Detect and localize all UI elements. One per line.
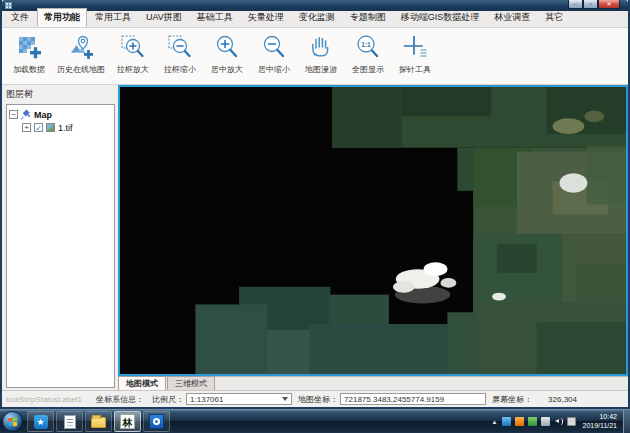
tab-basic-tools[interactable]: 基础工具 xyxy=(190,8,240,27)
tool-label: 地图漫游 xyxy=(305,64,337,75)
app-icon xyxy=(5,2,12,9)
status-bar: toolStripStatusLabel1 坐标系信息： 比例尺： 1:1370… xyxy=(2,390,628,407)
expand-expander[interactable]: + xyxy=(22,123,31,132)
toolbar: 加载数据 历史在线地图 拉框放大 xyxy=(2,28,628,85)
layer-panel-title: 图层树 xyxy=(6,88,115,101)
box-zoom-out-icon xyxy=(167,34,193,60)
raster-node-label: 1.tif xyxy=(58,123,73,133)
start-button[interactable] xyxy=(2,411,23,432)
three-d-mode-tab[interactable]: 三维模式 xyxy=(167,376,215,390)
tab-file[interactable]: 文件 xyxy=(4,8,36,27)
ime-keyboard-icon[interactable] xyxy=(567,417,576,426)
tray-messenger-icon[interactable] xyxy=(502,417,511,426)
windows-logo-icon xyxy=(7,416,18,427)
close-button[interactable]: ✕ xyxy=(598,0,620,9)
tree-node-map[interactable]: − Map xyxy=(9,108,112,121)
history-online-map-button[interactable]: 历史在线地图 xyxy=(53,31,109,75)
box-zoom-in-button[interactable]: 拉框放大 xyxy=(110,31,156,75)
tree-node-raster[interactable]: + ✓ 1.tif xyxy=(9,121,112,134)
taskbar: ★ 林 ▲ 10:42 2019/11/21 xyxy=(0,409,630,433)
layer-tree: − Map + ✓ 1.tif xyxy=(6,104,115,388)
tray-download-icon[interactable] xyxy=(515,417,524,426)
network-icon[interactable] xyxy=(541,417,550,426)
taskbar-app-o[interactable] xyxy=(143,411,170,432)
tool-label: 拉框缩小 xyxy=(164,64,196,75)
star-bubble-icon: ★ xyxy=(34,415,48,429)
tab-change-monitoring[interactable]: 变化监测 xyxy=(292,8,342,27)
tab-vector-processing[interactable]: 矢量处理 xyxy=(241,8,291,27)
pan-hand-icon xyxy=(308,34,334,60)
tab-other[interactable]: 其它 xyxy=(538,8,570,27)
taskbar-app-forest-gis[interactable]: 林 xyxy=(114,411,141,432)
window-controls: – ▫ ✕ xyxy=(568,0,620,9)
tool-label: 居中缩小 xyxy=(258,64,290,75)
full-extent-icon: 1:1 xyxy=(355,34,381,60)
load-data-button[interactable]: 加载数据 xyxy=(6,31,52,75)
satellite-imagery xyxy=(120,87,626,374)
tray-security-icon[interactable] xyxy=(528,417,537,426)
tab-mobile-gis-data[interactable]: 移动端GIS数据处理 xyxy=(394,8,487,27)
layer-visibility-checkbox[interactable]: ✓ xyxy=(34,123,43,132)
main-content: 图层树 − Map + ✓ 1.tif xyxy=(2,85,628,390)
taskbar-clock[interactable]: 10:42 2019/11/21 xyxy=(582,413,617,431)
map-mode-tab[interactable]: 地图模式 xyxy=(118,376,166,390)
scale-select[interactable]: 1:137061 xyxy=(186,393,292,405)
taskbar-app-explorer[interactable] xyxy=(85,411,112,432)
coord-sys-label: 坐标系信息： xyxy=(96,394,144,405)
tool-strip-status-label: toolStripStatusLabel1 xyxy=(6,395,82,404)
history-online-map-icon xyxy=(68,34,94,60)
forest-app-icon: 林 xyxy=(120,414,135,429)
center-zoom-in-button[interactable]: 居中放大 xyxy=(204,31,250,75)
center-zoom-in-icon xyxy=(214,34,240,60)
map-canvas[interactable] xyxy=(118,85,628,376)
tab-forestry-survey[interactable]: 林业调查 xyxy=(487,8,537,27)
center-zoom-out-icon xyxy=(261,34,287,60)
system-tray: ▲ 10:42 2019/11/21 xyxy=(492,410,630,433)
tool-label: 加载数据 xyxy=(13,64,45,75)
tab-uav-mosaic[interactable]: UAV拼图 xyxy=(139,8,189,27)
volume-icon[interactable] xyxy=(554,417,563,426)
tool-label: 居中放大 xyxy=(211,64,243,75)
load-data-icon xyxy=(16,34,42,60)
taskbar-app-notepad[interactable] xyxy=(56,411,83,432)
pushpin-icon xyxy=(21,109,31,120)
map-coord-label: 地图坐标： xyxy=(298,394,338,405)
maximize-button[interactable]: ▫ xyxy=(583,0,598,9)
center-zoom-out-button[interactable]: 居中缩小 xyxy=(251,31,297,75)
folder-icon xyxy=(91,417,106,428)
layer-panel: 图层树 − Map + ✓ 1.tif xyxy=(2,85,118,390)
screen-coord-value: 326,304 xyxy=(548,395,577,404)
map-mode-tabstrip: 地图模式 三维模式 xyxy=(118,376,628,390)
notepad-icon xyxy=(64,415,76,429)
screen-coord-label: 屏幕坐标： xyxy=(492,394,532,405)
full-extent-button[interactable]: 1:1 全图显示 xyxy=(345,31,391,75)
map-coordinate-input[interactable]: 721875.3483,2455774.9159 xyxy=(340,393,486,405)
tool-label: 历史在线地图 xyxy=(57,64,105,75)
screen: – ▫ ✕ 文件 常用功能 常用工具 UAV拼图 基础工具 矢量处理 变化监测 … xyxy=(0,0,630,433)
box-zoom-in-icon xyxy=(120,34,146,60)
clock-time: 10:42 xyxy=(582,413,617,422)
taskbar-app-messenger[interactable]: ★ xyxy=(27,411,54,432)
tab-thematic-mapping[interactable]: 专题制图 xyxy=(343,8,393,27)
map-node-label: Map xyxy=(34,110,52,120)
dropdown-arrow-icon[interactable] xyxy=(282,397,288,401)
box-zoom-out-button[interactable]: 拉框缩小 xyxy=(157,31,203,75)
tab-common-tools[interactable]: 常用工具 xyxy=(88,8,138,27)
collapse-expander[interactable]: − xyxy=(9,110,18,119)
probe-tool-button[interactable]: 探针工具 xyxy=(392,31,438,75)
scale-label: 比例尺： xyxy=(152,394,184,405)
tab-common-functions[interactable]: 常用功能 xyxy=(37,8,87,27)
map-panel: 地图模式 三维模式 xyxy=(118,85,628,390)
tool-label: 探针工具 xyxy=(399,64,431,75)
clock-date: 2019/11/21 xyxy=(582,422,617,431)
pan-button[interactable]: 地图漫游 xyxy=(298,31,344,75)
tool-label: 全图显示 xyxy=(352,64,384,75)
scale-value: 1:137061 xyxy=(187,395,282,404)
one-to-one-glyph: 1:1 xyxy=(361,41,371,48)
o-app-icon xyxy=(149,414,164,429)
show-desktop-button[interactable] xyxy=(623,410,630,433)
probe-tool-icon xyxy=(402,34,428,60)
raster-layer-icon xyxy=(46,123,55,132)
tray-expand-icon[interactable]: ▲ xyxy=(492,419,498,425)
tool-label: 拉框放大 xyxy=(117,64,149,75)
